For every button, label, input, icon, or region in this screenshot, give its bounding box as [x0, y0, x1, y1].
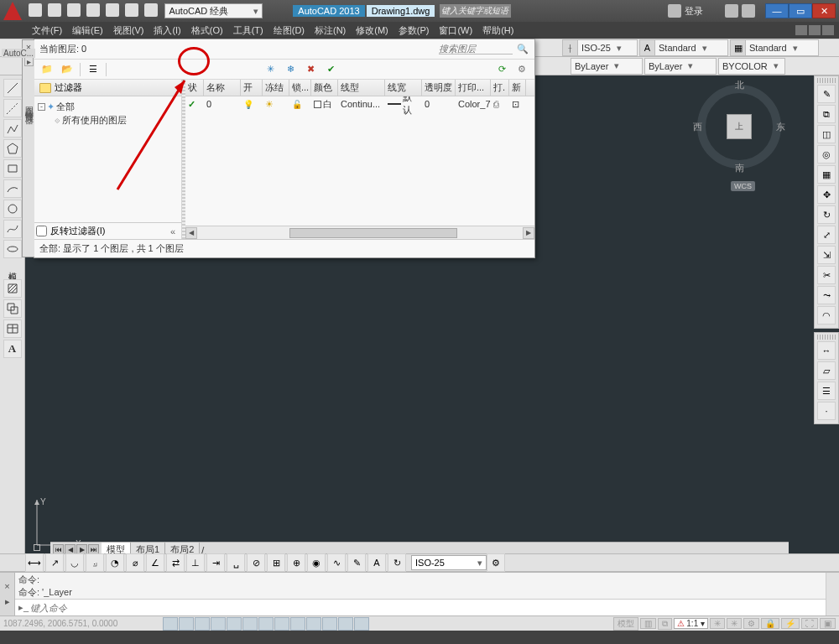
tablestyle-dropdown[interactable]: ▦ Standard ▾: [730, 39, 819, 56]
lock-icon[interactable]: [292, 99, 302, 109]
login-label[interactable]: 登录: [685, 5, 703, 18]
saveas-icon[interactable]: [86, 3, 100, 17]
command-history[interactable]: 命令: 命令: '_Layer: [15, 573, 826, 599]
orthomode-toggle[interactable]: [195, 617, 210, 631]
color-dropdown[interactable]: ByLayer ▾: [571, 58, 643, 75]
filter-tree-header[interactable]: 过滤器 «: [34, 80, 181, 96]
dimupdate-icon[interactable]: ↻: [388, 553, 406, 572]
close-icon[interactable]: ×: [4, 581, 9, 591]
ellipse-icon[interactable]: [3, 240, 22, 258]
layer-linetype[interactable]: Continu...: [338, 99, 385, 109]
tool-palette-label[interactable]: AutoC...: [2, 49, 35, 58]
layer-grid-body[interactable]: 0 白 Continu... 默认 0 Color_7 ⊡: [185, 96, 534, 226]
col-lock[interactable]: 锁...: [289, 80, 311, 96]
menu-parametric[interactable]: 参数(P): [395, 23, 433, 38]
point-icon[interactable]: ·: [817, 402, 836, 420]
workspace-switch-icon[interactable]: ⚙: [743, 618, 759, 629]
dim-arc-icon[interactable]: ◡: [65, 553, 84, 572]
annoauto-icon[interactable]: ✳: [727, 618, 742, 629]
rotate-icon[interactable]: ↻: [817, 205, 836, 224]
menu-draw[interactable]: 绘图(D): [270, 23, 308, 38]
tolerance-icon[interactable]: ⊞: [267, 553, 285, 572]
grid-horizontal-scrollbar[interactable]: ◀ ▶: [185, 226, 534, 239]
set-current-icon[interactable]: ✔: [323, 62, 338, 77]
layer-name[interactable]: 0: [204, 99, 241, 109]
arc-icon[interactable]: [3, 179, 22, 198]
extend-icon[interactable]: ⤳: [817, 286, 836, 304]
workspace-selector[interactable]: AutoCAD 经典 ▾: [164, 3, 263, 18]
dim-break-icon[interactable]: ⊘: [247, 553, 265, 572]
print-icon[interactable]: [106, 3, 119, 17]
annovis-icon[interactable]: ✳: [710, 618, 725, 629]
coordinates-readout[interactable]: 1087.2496, 2006.5751, 0.0000: [3, 619, 163, 628]
osnap-toggle[interactable]: [227, 617, 242, 631]
panel-pin-icon[interactable]: ▸: [24, 57, 34, 66]
col-color[interactable]: 颜色: [311, 80, 338, 96]
document-tab[interactable]: Drawing1.dwg: [367, 5, 435, 17]
exchange-icon[interactable]: [725, 4, 738, 18]
move-icon[interactable]: ✥: [817, 185, 836, 204]
dimstyle-manager-icon[interactable]: ⚙: [487, 553, 505, 572]
menu-insert[interactable]: 插入(I): [150, 23, 184, 38]
qp-toggle[interactable]: [338, 617, 353, 631]
dim-aligned-icon[interactable]: ↗: [45, 553, 64, 572]
polyline-icon[interactable]: [3, 119, 22, 138]
expand-icon[interactable]: «: [166, 226, 180, 236]
snapmode-toggle[interactable]: [163, 617, 178, 631]
dim-continue-icon[interactable]: ⇥: [206, 553, 225, 572]
compass-west[interactable]: 西: [693, 121, 702, 133]
lwt-toggle[interactable]: [306, 617, 321, 631]
copy-icon[interactable]: ⧉: [817, 105, 836, 123]
new-icon[interactable]: [29, 3, 42, 17]
hatch-icon[interactable]: [3, 279, 22, 298]
menu-dimension[interactable]: 标注(N): [311, 23, 349, 38]
sc-toggle[interactable]: [354, 617, 369, 631]
mdi-minimize-button[interactable]: [795, 25, 807, 35]
col-linetype[interactable]: 线型: [338, 80, 385, 96]
scroll-left-icon[interactable]: ◀: [185, 227, 197, 239]
layout-nav-icon[interactable]: ▥: [640, 618, 656, 629]
dim-diameter-icon[interactable]: ⌀: [126, 553, 144, 572]
dim-ordinate-icon[interactable]: ⟓: [86, 553, 104, 572]
command-line[interactable]: ▸_: [15, 599, 826, 615]
dim-linear-icon[interactable]: ⟷: [25, 553, 44, 572]
undo-icon[interactable]: [125, 3, 138, 17]
jog-icon[interactable]: ∿: [327, 553, 346, 572]
menu-help[interactable]: 帮助(H): [479, 23, 517, 38]
center-mark-icon[interactable]: ⊕: [287, 553, 305, 572]
menu-tools[interactable]: 工具(T): [230, 23, 267, 38]
dim-angular-icon[interactable]: ∠: [146, 553, 164, 572]
save-icon[interactable]: [67, 3, 81, 17]
construction-line-icon[interactable]: [3, 99, 22, 117]
inspect-icon[interactable]: ◉: [307, 553, 326, 572]
view-cube[interactable]: 上 北 南 西 东: [693, 80, 785, 173]
polygon-icon[interactable]: [3, 139, 22, 158]
gridmode-toggle[interactable]: [179, 617, 194, 631]
view-cube-face[interactable]: 上: [727, 114, 752, 139]
delete-layer-icon[interactable]: ✖: [303, 62, 318, 77]
menu-edit[interactable]: 编辑(E): [69, 23, 107, 38]
filter-tree-body[interactable]: - ✦ 全部 ⟐ 所有使用的图层: [34, 96, 181, 222]
array-icon[interactable]: ▦: [817, 165, 836, 184]
linetype-dropdown[interactable]: ByLayer ▾: [644, 58, 717, 75]
col-name[interactable]: 名称: [204, 80, 241, 96]
layer-lineweight[interactable]: 默认: [385, 96, 422, 117]
layer-search-input[interactable]: [439, 44, 513, 55]
command-input[interactable]: [30, 600, 826, 615]
menu-file[interactable]: 文件(F): [29, 23, 65, 38]
table-icon[interactable]: [3, 319, 22, 338]
fillet-icon[interactable]: ◠: [817, 306, 836, 325]
new-layer-frozen-icon[interactable]: ❄: [283, 62, 298, 77]
rectangle-icon[interactable]: [3, 159, 22, 178]
tree-node-used[interactable]: ⟐ 所有使用的图层: [38, 113, 178, 127]
circle-icon[interactable]: [3, 200, 22, 218]
command-area-handle[interactable]: × ▸: [0, 573, 15, 615]
dimtedit-icon[interactable]: A: [367, 553, 386, 572]
quickview-icon[interactable]: ⧉: [658, 618, 672, 630]
dimedit-icon[interactable]: ✎: [347, 553, 366, 572]
menu-window[interactable]: 窗口(W): [435, 23, 476, 38]
toolbar-grip[interactable]: [817, 78, 836, 83]
compass-north[interactable]: 北: [693, 79, 785, 91]
compass-south[interactable]: 南: [693, 162, 785, 174]
panel-side-handle[interactable]: × ▸ 图层特性管理器: [22, 39, 34, 257]
